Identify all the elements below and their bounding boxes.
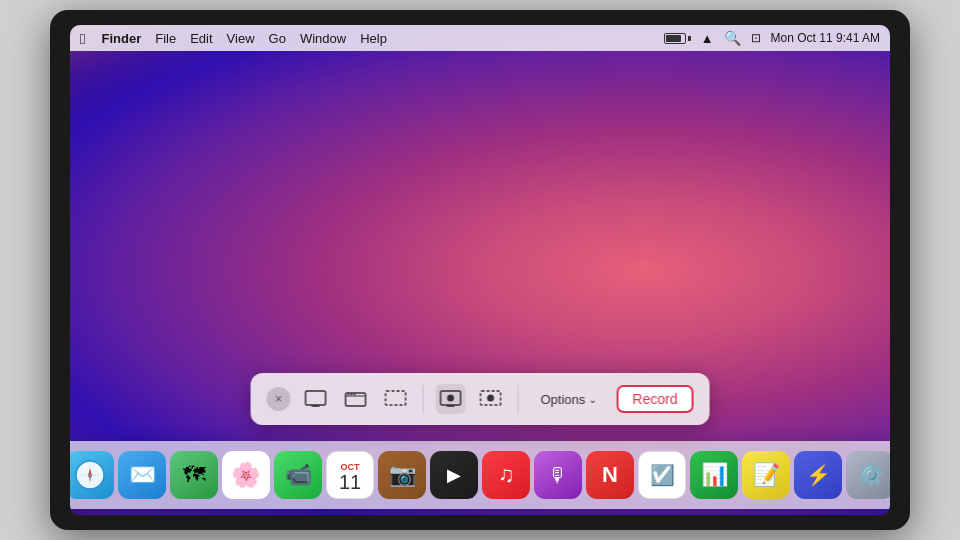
menu-view[interactable]: View (227, 31, 255, 46)
toolbar-close-button[interactable]: × (267, 387, 291, 411)
svg-rect-0 (306, 391, 326, 405)
mail-icon-shape: ✉️ (129, 462, 156, 488)
options-chevron-icon: ⌄ (588, 394, 596, 405)
capture-screen-button[interactable] (301, 384, 331, 414)
dock-icon-music[interactable]: ♫ (482, 451, 530, 499)
podcasts-icon-shape: 🎙 (548, 464, 568, 487)
dock: ✉️ 🗺 🌸 📹 OCT 11 📷 (70, 441, 890, 509)
menu-go[interactable]: Go (269, 31, 286, 46)
capture-window-icon (345, 390, 367, 408)
svg-point-6 (351, 394, 353, 396)
dock-icon-notes[interactable]: 📝 (742, 451, 790, 499)
dock-icon-reminders[interactable]: ☑️ (638, 451, 686, 499)
screenshot-toolbar: × (251, 373, 710, 425)
menubar-right: ▲ 🔍 ⊡ Mon Oct 11 9:41 AM (664, 30, 880, 46)
toolbar-divider-2 (518, 385, 519, 413)
options-button[interactable]: Options ⌄ (531, 388, 607, 411)
svg-point-5 (348, 394, 350, 396)
wifi-icon: ▲ (701, 31, 714, 46)
svg-point-10 (447, 395, 454, 402)
dock-icon-podcasts[interactable]: 🎙 (534, 451, 582, 499)
dock-icon-camera[interactable]: 📷 (378, 451, 426, 499)
music-icon-shape: ♫ (498, 462, 515, 488)
apple-logo-icon[interactable]:  (80, 30, 85, 47)
camera-icon-shape: 📷 (389, 462, 416, 488)
menu-finder[interactable]: Finder (101, 31, 141, 46)
menu-clock: Mon Oct 11 9:41 AM (771, 31, 880, 45)
dock-icon-safari[interactable] (70, 451, 114, 499)
dock-icon-photos[interactable]: 🌸 (222, 451, 270, 499)
dock-icon-facetime[interactable]: 📹 (274, 451, 322, 499)
capture-selection-button[interactable] (381, 384, 411, 414)
dock-icon-news[interactable]: N (586, 451, 634, 499)
facetime-icon-shape: 📹 (285, 462, 312, 488)
calendar-date-label: 11 (339, 472, 361, 492)
menubar:  Finder File Edit View Go Window Help ▲ (70, 25, 890, 51)
dock-icon-mail[interactable]: ✉️ (118, 451, 166, 499)
news-icon-shape: N (602, 462, 618, 488)
menu-file[interactable]: File (155, 31, 176, 46)
dock-icon-altstore[interactable]: ⚡ (794, 451, 842, 499)
capture-screen-icon (305, 390, 327, 408)
altstore-icon-shape: ⚡ (806, 463, 831, 487)
dock-icon-calendar[interactable]: OCT 11 (326, 451, 374, 499)
capture-selection-icon (385, 390, 407, 408)
dock-icon-numbers[interactable]: 📊 (690, 451, 738, 499)
maps-icon-shape: 🗺 (183, 462, 205, 488)
reminders-icon-shape: ☑️ (650, 463, 675, 487)
laptop-frame:  Finder File Edit View Go Window Help ▲ (50, 10, 910, 530)
numbers-icon-shape: 📊 (701, 462, 728, 488)
dock-icon-maps[interactable]: 🗺 (170, 451, 218, 499)
toolbar-divider-1 (423, 385, 424, 413)
record-screen-button[interactable] (436, 384, 466, 414)
capture-window-button[interactable] (341, 384, 371, 414)
battery-indicator (664, 33, 691, 44)
menubar-left:  Finder File Edit View Go Window Help (80, 30, 664, 47)
options-label: Options (541, 392, 586, 407)
svg-rect-8 (386, 391, 406, 405)
appletv-icon-shape: ▶ (447, 464, 461, 486)
photos-icon-shape: 🌸 (231, 461, 261, 489)
dock-icon-settings[interactable]: ⚙️ (846, 451, 890, 499)
svg-point-7 (354, 394, 356, 396)
record-selection-icon (480, 390, 502, 408)
safari-icon (73, 458, 107, 492)
close-icon: × (275, 392, 282, 406)
settings-icon-shape: ⚙️ (857, 462, 884, 488)
svg-point-14 (487, 395, 494, 402)
menu-help[interactable]: Help (360, 31, 387, 46)
menu-edit[interactable]: Edit (190, 31, 212, 46)
dock-icon-appletv[interactable]: ▶ (430, 451, 478, 499)
screen:  Finder File Edit View Go Window Help ▲ (70, 25, 890, 515)
notes-icon-shape: 📝 (753, 462, 780, 488)
siri-icon[interactable]: ⊡ (751, 31, 761, 45)
record-screen-icon (440, 390, 462, 408)
menu-window[interactable]: Window (300, 31, 346, 46)
record-selection-button[interactable] (476, 384, 506, 414)
search-icon[interactable]: 🔍 (724, 30, 741, 46)
record-button[interactable]: Record (616, 385, 693, 413)
record-label: Record (632, 391, 677, 407)
